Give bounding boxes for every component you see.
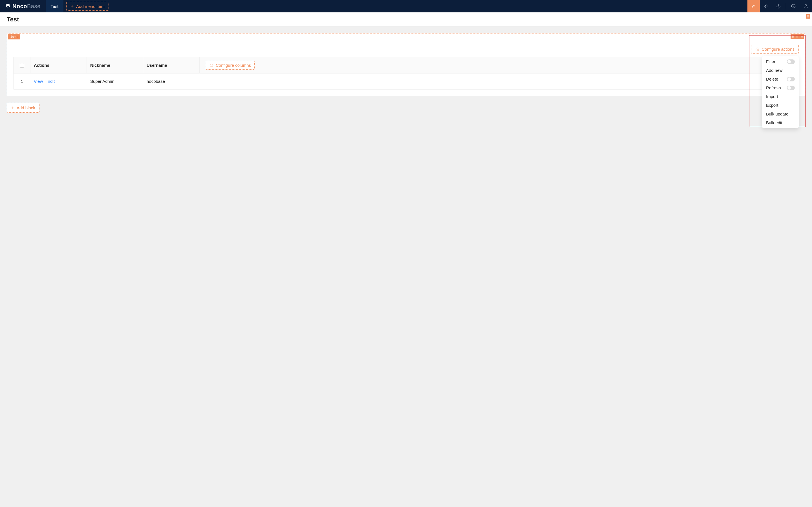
svg-point-2: [793, 7, 794, 7]
table-row: 1 View Edit Super Admin nocobase: [13, 73, 799, 89]
dropdown-item-label: Delete: [766, 76, 778, 81]
toggle-switch[interactable]: [787, 59, 795, 64]
row-nickname: Super Admin: [87, 79, 143, 83]
svg-point-7: [793, 36, 794, 37]
svg-point-0: [778, 6, 779, 7]
drag-handle[interactable]: [791, 34, 795, 39]
svg-point-11: [798, 36, 798, 36]
brand-name-light: Base: [27, 3, 41, 9]
edit-link[interactable]: Edit: [47, 79, 55, 83]
th-username: Username: [143, 57, 200, 73]
dropdown-item-label: Filter: [766, 59, 775, 64]
block-menu-handle[interactable]: [800, 34, 804, 39]
block-tag: Users: [8, 34, 20, 40]
svg-point-12: [797, 36, 797, 37]
topbar: NocoBase Test Add menu item: [0, 0, 812, 12]
dropdown-item-label: Bulk edit: [766, 120, 782, 125]
help-icon: [791, 4, 796, 9]
drag-handle-2[interactable]: [795, 34, 800, 39]
svg-point-14: [797, 37, 797, 38]
highlighter-icon: [751, 4, 756, 9]
page-header: Test: [0, 12, 812, 26]
row-actions-cell: View Edit: [31, 79, 87, 83]
help-button[interactable]: [787, 0, 800, 12]
add-block-label: Add block: [17, 105, 35, 110]
page-content: Users Configure actions Filter: [0, 26, 812, 507]
select-all-checkbox[interactable]: [20, 63, 24, 68]
dropdown-item-delete[interactable]: Delete: [762, 75, 799, 83]
svg-point-3: [805, 4, 807, 6]
dropdown-item-label: Bulk update: [766, 112, 788, 116]
design-mode-button[interactable]: [748, 0, 760, 12]
user-button[interactable]: [800, 0, 812, 12]
dropdown-item-label: Export: [766, 103, 778, 108]
add-menu-item-button[interactable]: Add menu item: [66, 2, 109, 11]
dropdown-item-import[interactable]: Import: [762, 92, 799, 101]
svg-point-15: [798, 37, 798, 38]
svg-point-6: [792, 36, 793, 37]
configure-columns-button[interactable]: Configure columns: [206, 61, 255, 69]
dropdown-item-add-new[interactable]: Add new: [762, 66, 799, 75]
gear-icon: [755, 47, 759, 51]
gear-icon: [776, 4, 781, 9]
th-configure: Configure columns: [200, 57, 799, 73]
brand-name-bold: Noco: [12, 3, 27, 9]
configure-columns-label: Configure columns: [216, 63, 251, 68]
dropdown-item-bulk-update[interactable]: Bulk update: [762, 110, 799, 118]
configure-actions-button[interactable]: Configure actions: [751, 45, 799, 54]
view-link[interactable]: View: [34, 79, 43, 83]
toggle-switch[interactable]: [787, 86, 795, 90]
toggle-switch[interactable]: [787, 77, 795, 81]
svg-point-10: [797, 36, 797, 36]
plug-icon: [763, 4, 769, 9]
row-username: nocobase: [143, 79, 200, 83]
toolbar-divider: [786, 3, 786, 10]
add-block-button[interactable]: Add block: [7, 103, 40, 113]
tab-test[interactable]: Test: [46, 0, 64, 12]
svg-point-5: [793, 36, 794, 36]
svg-point-8: [792, 37, 793, 38]
th-checkbox: [13, 57, 31, 73]
block-handles: [791, 34, 804, 39]
users-block: Users Configure actions Filter: [7, 33, 805, 96]
svg-point-13: [798, 36, 798, 37]
dropdown-item-label: Refresh: [766, 86, 781, 90]
svg-point-16: [757, 49, 758, 50]
configure-actions-label: Configure actions: [762, 47, 795, 52]
table-header: Actions Nickname Username Configure colu…: [13, 57, 799, 73]
plus-icon: [70, 4, 74, 8]
brand-logo: NocoBase: [0, 0, 46, 12]
add-menu-item-label: Add menu item: [76, 4, 105, 9]
configure-actions-dropdown: Filter Add new Delete Refresh: [762, 56, 799, 128]
svg-point-4: [792, 36, 793, 36]
dropdown-item-label: Add new: [766, 68, 782, 73]
plus-icon: [11, 106, 14, 110]
menu-icon: [806, 15, 810, 18]
user-icon: [803, 4, 808, 9]
plugin-button[interactable]: [760, 0, 772, 12]
users-table: Actions Nickname Username Configure colu…: [13, 57, 799, 90]
dropdown-item-bulk-edit[interactable]: Bulk edit: [762, 118, 799, 127]
page-menu-toggle[interactable]: [806, 14, 810, 18]
tab-label: Test: [51, 4, 59, 9]
dropdown-item-filter[interactable]: Filter: [762, 57, 799, 66]
th-actions: Actions: [31, 57, 87, 73]
dropdown-item-refresh[interactable]: Refresh: [762, 83, 799, 92]
logo-mark-icon: [5, 3, 11, 9]
dropdown-item-label: Import: [766, 94, 778, 99]
dropdown-item-export[interactable]: Export: [762, 101, 799, 110]
page-title: Test: [7, 16, 19, 23]
row-index: 1: [13, 79, 31, 83]
settings-button[interactable]: [772, 0, 784, 12]
block-actions-row: Configure actions Filter Add new Delete: [13, 45, 799, 54]
svg-point-9: [793, 37, 794, 38]
svg-point-17: [211, 65, 212, 66]
gear-icon: [209, 63, 213, 67]
th-nickname: Nickname: [87, 57, 143, 73]
